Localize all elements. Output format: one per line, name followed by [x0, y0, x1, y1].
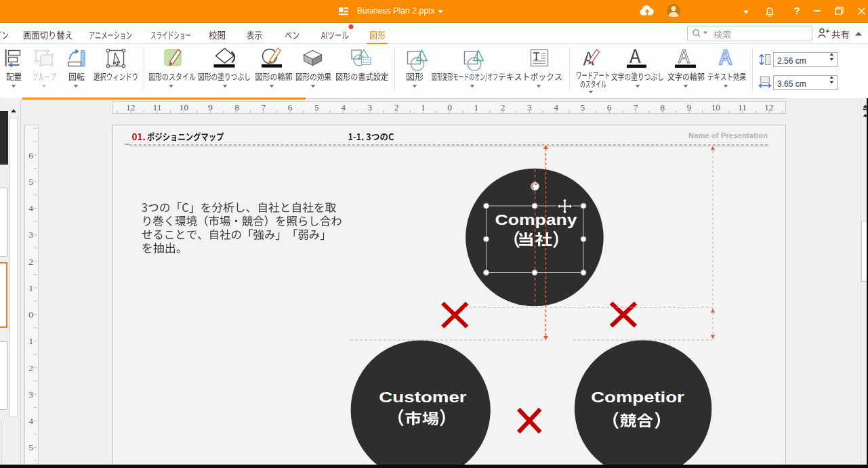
svg-text:0: 0 — [28, 310, 33, 320]
svg-text:5: 5 — [28, 442, 33, 452]
svg-text:6: 6 — [28, 150, 33, 161]
svg-text:1: 1 — [28, 336, 33, 346]
svg-text:1: 1 — [28, 283, 33, 293]
svg-text:4: 4 — [28, 203, 33, 213]
svg-text:5: 5 — [28, 177, 33, 187]
svg-text:2: 2 — [28, 257, 33, 267]
svg-text:3: 3 — [28, 389, 33, 400]
svg-text:2: 2 — [28, 363, 33, 373]
svg-text:3: 3 — [28, 230, 33, 240]
svg-text:4: 4 — [28, 416, 33, 426]
